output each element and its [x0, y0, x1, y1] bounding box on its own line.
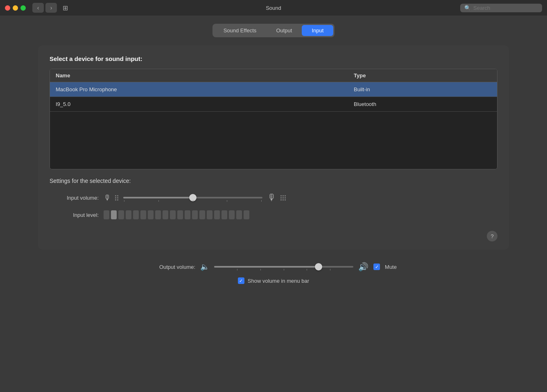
mute-checkbox[interactable]: ✓ — [373, 264, 380, 270]
level-bar — [222, 210, 227, 219]
tab-input[interactable]: Input — [302, 25, 333, 36]
settings-label: Settings for the selected device: — [50, 178, 497, 184]
input-level-label: Input level: — [50, 212, 99, 218]
level-bar — [155, 210, 161, 219]
table-header: Name Type — [50, 69, 497, 82]
maximize-button[interactable] — [20, 5, 26, 11]
show-volume-row: ✓ Show volume in menu bar — [238, 277, 309, 284]
grid-button[interactable]: ⊞ — [60, 2, 70, 14]
window-title: Sound — [266, 5, 281, 11]
minimize-button[interactable] — [13, 5, 18, 11]
output-volume-label: Output volume: — [150, 264, 195, 270]
input-panel: Select a device for sound input: Name Ty… — [38, 45, 509, 250]
level-bar — [185, 210, 190, 219]
level-bar — [177, 210, 183, 219]
level-meter — [104, 210, 249, 219]
mic-dots-left — [115, 195, 118, 201]
device-name-cell: MacBook Pro Microphone — [50, 82, 348, 97]
input-level-row: Input level: — [50, 210, 497, 219]
level-bar — [170, 210, 176, 219]
input-volume-row: Input volume: 🎙 — [50, 192, 497, 203]
device-name-cell: I9_5.0 — [50, 97, 348, 111]
bottom-controls: Output volume: 🔈 🔊 ✓ Mute ✓ Show volume … — [38, 262, 509, 284]
device-type-cell: Built-in — [348, 82, 497, 97]
tab-bar: Sound Effects Output Input — [212, 24, 335, 37]
speaker-high-icon: 🔊 — [358, 262, 368, 272]
table-row[interactable]: MacBook Pro Microphone Built-in — [50, 82, 497, 97]
tab-output[interactable]: Output — [266, 25, 302, 36]
col-name-header: Name — [50, 69, 348, 82]
device-type-cell: Bluetooth — [348, 97, 497, 111]
help-button[interactable]: ? — [487, 231, 497, 241]
level-bar — [126, 210, 131, 219]
mic-high-icon: 🎙 — [267, 192, 276, 203]
traffic-lights — [5, 5, 26, 11]
level-bar — [140, 210, 146, 219]
mic-low-icon: 🎙 — [104, 194, 111, 202]
level-bar — [244, 210, 249, 219]
device-table: Name Type MacBook Pro Microphone Built-i… — [50, 69, 497, 169]
level-bar — [111, 210, 117, 219]
level-bar — [118, 210, 124, 219]
output-volume-slider[interactable] — [214, 266, 353, 268]
titlebar: ‹ › ⊞ Sound 🔍 — [0, 0, 547, 16]
show-volume-label: Show volume in menu bar — [248, 278, 309, 284]
close-button[interactable] — [5, 5, 10, 11]
level-bar — [192, 210, 198, 219]
level-bar — [229, 210, 235, 219]
input-volume-slider[interactable] — [123, 197, 262, 198]
level-bar — [133, 210, 139, 219]
nav-arrows: ‹ › — [32, 3, 57, 13]
level-bar — [214, 210, 220, 219]
mute-label: Mute — [385, 264, 397, 270]
forward-button[interactable]: › — [45, 3, 57, 13]
input-volume-label: Input volume: — [50, 195, 99, 201]
search-input[interactable] — [473, 5, 538, 11]
speaker-low-icon: 🔈 — [200, 262, 209, 271]
level-bar — [199, 210, 205, 219]
level-bar — [163, 210, 168, 219]
col-type-header: Type — [348, 69, 497, 82]
table-row[interactable]: I9_5.0 Bluetooth — [50, 97, 497, 112]
level-bar — [236, 210, 242, 219]
main-content: Sound Effects Output Input Select a devi… — [0, 16, 547, 292]
search-box[interactable]: 🔍 — [460, 4, 542, 12]
search-icon: 🔍 — [464, 5, 471, 11]
show-volume-checkbox[interactable]: ✓ — [238, 277, 244, 284]
table-empty-area — [50, 112, 497, 169]
level-bar — [104, 210, 109, 219]
device-section-title: Select a device for sound input: — [50, 55, 497, 62]
output-volume-row: Output volume: 🔈 🔊 ✓ Mute — [150, 262, 397, 272]
tab-sound-effects[interactable]: Sound Effects — [214, 25, 267, 36]
level-bar — [148, 210, 154, 219]
level-bar — [207, 210, 212, 219]
mic-dots-right — [280, 195, 286, 201]
back-button[interactable]: ‹ — [32, 3, 44, 13]
